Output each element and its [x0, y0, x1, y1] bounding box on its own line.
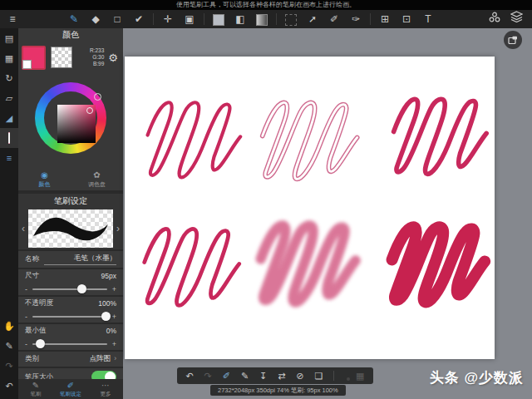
transform-tool-icon[interactable]: ▣: [179, 10, 200, 28]
brush-preview: ‹ ›: [18, 208, 123, 249]
watermark: 头条 @少数派: [430, 368, 524, 387]
left-icon-strip: ▤ ▦ ↻ ▱ ◢ ≡ ✋ ✎ ↷ ↶: [0, 28, 18, 399]
panel-divide-icon[interactable]: ⊞: [374, 10, 396, 28]
rgb-g: G:30: [92, 54, 104, 60]
tab-more[interactable]: ⋯ 更多: [88, 379, 123, 399]
chevron-right-icon: ›: [114, 354, 116, 362]
page-icon[interactable]: ▤: [0, 28, 18, 48]
materials-icon[interactable]: [484, 10, 505, 28]
stylus-icon[interactable]: ✎: [0, 336, 18, 356]
airbrush-icon[interactable]: ◢: [0, 108, 18, 128]
layers-icon[interactable]: [505, 10, 527, 28]
size-slider[interactable]: - +: [18, 283, 123, 295]
opacity-value: 100%: [98, 299, 116, 308]
magic-wand-icon[interactable]: ➚: [302, 10, 323, 28]
brush-name-value: 毛笔（水墨）: [44, 254, 116, 265]
bottom-toolbar-divider: [333, 371, 334, 381]
hue-ring[interactable]: [35, 82, 106, 154]
brush-name-row[interactable]: 名称 毛笔（水墨）: [18, 251, 123, 268]
hand-pan-icon[interactable]: ✋: [0, 316, 18, 336]
sv-picker[interactable]: [57, 105, 96, 143]
save-icon[interactable]: ↧: [259, 367, 267, 384]
material-palette-icon[interactable]: [0, 168, 18, 188]
hue-cursor[interactable]: [94, 93, 101, 101]
next-brush-arrow[interactable]: ›: [113, 223, 123, 234]
stroke-sample-6: [392, 227, 485, 302]
side-panel: 颜色 R:233 G:30 B:99 ⚙ ◉ 颜色 ✿ 调色盘 笔刷设定: [18, 28, 123, 399]
rgb-r: R:233: [90, 47, 104, 53]
name-label: 名称: [25, 254, 39, 264]
redo-icon[interactable]: ↷: [0, 356, 18, 376]
toolbar-divider: [204, 13, 204, 25]
bottom-toolbar: ↶ ↷ ✐ ✎ ↧ ⇄ ⊘ ❏ ▦: [177, 367, 373, 384]
undo-button[interactable]: ↶: [185, 367, 193, 384]
gear-icon[interactable]: ⚙: [108, 52, 118, 64]
tab-brush[interactable]: ✎ 笔刷: [18, 379, 53, 399]
more-tab-icon: ⋯: [88, 379, 123, 391]
clear-canvas-icon[interactable]: ❏: [314, 367, 323, 384]
select-rect-icon[interactable]: [280, 10, 302, 28]
stroke-sample-3: [394, 99, 487, 174]
operation-tool-icon[interactable]: ⊡: [396, 10, 417, 28]
rgb-readout: R:233 G:30 B:99: [77, 47, 104, 67]
size-value: 95px: [101, 272, 116, 280]
select-pen-icon[interactable]: ✐: [323, 10, 345, 28]
brush-type-value: 点阵图: [90, 354, 111, 362]
ruler-icon[interactable]: ▱: [0, 88, 18, 108]
transparent-color-swatch[interactable]: [51, 47, 72, 68]
drawing-canvas[interactable]: [125, 57, 495, 359]
undo-icon[interactable]: ↶: [0, 376, 18, 396]
tab-brush-settings[interactable]: ✐ 笔刷设定: [53, 379, 88, 399]
stroke-sample-5: [261, 225, 356, 302]
brush-type-row[interactable]: 类别 点阵图›: [18, 352, 123, 367]
panel-bottom-tabs: ✎ 笔刷 ✐ 笔刷设定 ⋯ 更多: [18, 379, 123, 399]
size-row: 尺寸 95px: [18, 269, 123, 283]
opacity-row: 不透明度 100%: [18, 297, 123, 310]
minimum-slider[interactable]: - +: [18, 337, 123, 350]
brush-cursor-icon[interactable]: ✐: [223, 367, 230, 384]
rotate-canvas-icon[interactable]: ↻: [0, 68, 18, 88]
opacity-slider[interactable]: - +: [18, 310, 123, 323]
select-layer-icon[interactable]: ▦: [0, 48, 18, 68]
palette-tab-icon: ✿: [71, 170, 123, 180]
move-tool-icon[interactable]: ✛: [157, 10, 179, 28]
eyedropper-pen-icon[interactable]: ✎: [241, 367, 249, 384]
minimum-slider-thumb[interactable]: [36, 339, 45, 348]
hint-text: 使用笔刷工具，可以选择各种各样的笔刷在画布上进行绘画。: [0, 0, 532, 10]
polyline-select-icon[interactable]: ✔: [128, 10, 150, 28]
marquee-select-icon[interactable]: □: [106, 10, 128, 28]
color-panel-tabs: ◉ 颜色 ✿ 调色盘: [18, 169, 123, 192]
brush-tool-icon[interactable]: ✎: [63, 10, 85, 28]
window-mode-button[interactable]: [504, 31, 522, 49]
tab-color[interactable]: ◉ 颜色: [18, 169, 71, 190]
opacity-slider-thumb[interactable]: [101, 312, 111, 321]
stroke-sample-4: [145, 229, 239, 305]
size-slider-thumb[interactable]: [77, 284, 86, 293]
minimum-value: 0%: [106, 327, 116, 335]
prev-brush-arrow[interactable]: ‹: [18, 223, 28, 234]
stroke-sample-1: [148, 102, 241, 177]
toolbar-divider: [153, 13, 154, 25]
paint-bucket-icon[interactable]: ◧: [229, 10, 251, 28]
sv-cursor[interactable]: [86, 107, 93, 114]
color-wheel[interactable]: [18, 74, 123, 169]
brush-list-icon[interactable]: ≡: [0, 148, 18, 168]
color-panel-title: 颜色: [18, 28, 123, 41]
grid-icon[interactable]: ▦: [356, 367, 364, 384]
status-bar: 2732*2048px 350dpi 74% 笔刷: 95px 100%: [210, 385, 346, 396]
canvas-area[interactable]: [123, 28, 532, 399]
color-tab-icon: ◉: [18, 170, 71, 180]
disable-touch-icon[interactable]: ⊘: [296, 367, 303, 384]
flip-horizontal-icon[interactable]: ⇄: [278, 367, 285, 384]
redo-button[interactable]: ↷: [204, 367, 212, 384]
menu-icon[interactable]: ≡: [2, 10, 23, 28]
main-color-swatch[interactable]: [22, 46, 46, 70]
gradient-tool-icon[interactable]: [251, 10, 273, 28]
eraser-tool-icon[interactable]: ◆: [85, 10, 106, 28]
tab-palette[interactable]: ✿ 调色盘: [71, 169, 123, 190]
color-swatch-icon[interactable]: [0, 128, 18, 148]
select-eraser-icon[interactable]: ✑: [345, 10, 367, 28]
fill-rect-icon[interactable]: [208, 10, 229, 28]
rgb-b: B:99: [93, 61, 104, 66]
text-tool-icon[interactable]: T: [417, 10, 439, 28]
